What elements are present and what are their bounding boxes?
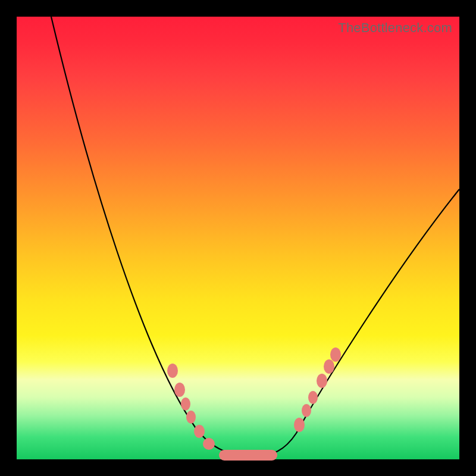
bead-left-1 (174, 383, 185, 397)
bead-right-0 (294, 418, 305, 432)
bottleneck-curve (51, 17, 459, 456)
bead-right-5 (330, 347, 341, 362)
bead-left-4 (194, 425, 205, 438)
chart-frame: TheBottleneck.com (0, 0, 476, 476)
bead-left-5 (203, 438, 215, 450)
bead-left-2 (181, 397, 190, 411)
curve-svg (17, 17, 459, 459)
bead-left-0 (167, 364, 178, 378)
bead-bottom (219, 450, 277, 461)
plot-area: TheBottleneck.com (17, 17, 459, 459)
bead-right-1 (302, 404, 311, 417)
bead-right-2 (308, 391, 318, 404)
bead-left-3 (186, 411, 196, 424)
bead-right-4 (324, 359, 334, 374)
bead-right-3 (317, 374, 327, 388)
